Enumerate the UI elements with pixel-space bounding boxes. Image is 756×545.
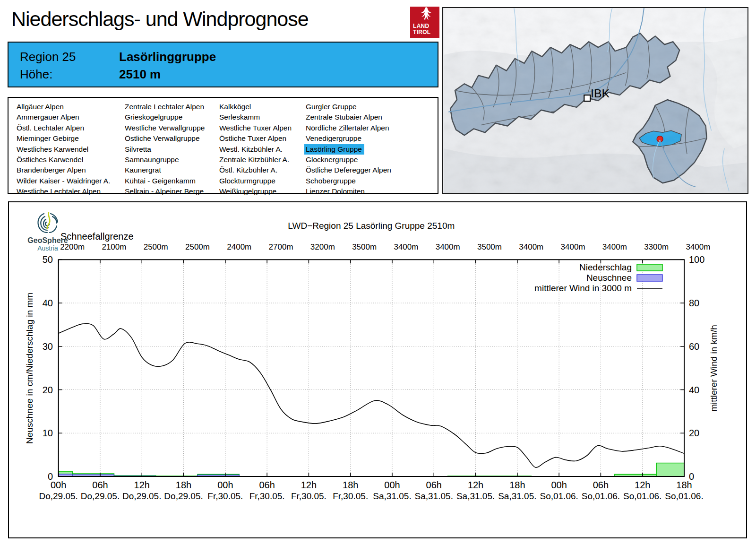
region-list-column: KalkkögelSerleskammWestliche Tuxer Alpen…	[219, 102, 306, 193]
region-list-item[interactable]: Lienzer Dolomiten	[306, 186, 431, 197]
geosphere-brand: GeoSphere Austria	[12, 210, 83, 252]
region-list-item[interactable]: Westliche Tuxer Alpen	[219, 123, 306, 133]
region-list-item[interactable]: Westl. Kitzbühler A.	[219, 144, 306, 155]
region-list-item[interactable]: Mieminger Gebirge	[17, 133, 125, 144]
y-left-tick-label: 50	[43, 254, 53, 265]
region-name: Lasörlinggruppe	[119, 48, 216, 66]
precip-bars	[59, 463, 684, 476]
region-list-item[interactable]: Östl. Lechtaler Alpen	[17, 123, 125, 133]
region-list-item[interactable]: Östliche Verwallgruppe	[125, 133, 219, 144]
x-date-label: Sa,31.05.	[456, 491, 495, 501]
tirol-map: IBK	[442, 7, 748, 194]
x-tick-label: 00h	[51, 480, 66, 490]
region-list-item[interactable]: Zentrale Stubaier Alpen	[306, 112, 431, 122]
brand-name: GeoSphere	[12, 236, 83, 244]
y-right-tick-label: 20	[689, 428, 699, 438]
x-date-label: Do,29.05.	[122, 491, 161, 501]
x-tick-label: 00h	[384, 480, 400, 490]
region-list-item[interactable]: Nördliche Zillertaler Alpen	[306, 123, 431, 133]
y-right-tick-label: 80	[689, 298, 699, 308]
page-title: Niederschlags- und Windprognose	[11, 8, 309, 31]
y-left-tick-label: 40	[43, 298, 53, 308]
region-list-item[interactable]: Grieskogelgruppe	[125, 112, 219, 122]
x-tick-label: 18h	[509, 480, 525, 490]
x-date-label: Fr,30.05.	[333, 491, 368, 501]
region-list-column: Zentrale Lechtaler AlpenGrieskogelgruppe…	[125, 102, 219, 193]
region-list-item[interactable]: Lasörling Gruppe	[306, 144, 431, 155]
snowline-value: 3400m	[602, 242, 627, 251]
region-list: Allgäuer AlpenAmmergauer AlpenÖstl. Lech…	[8, 97, 438, 194]
region-list-item[interactable]: Kalkkögel	[219, 102, 306, 112]
forecast-chart-panel: LWD−Region 25 Lasörling Gruppe 2510mSchn…	[8, 201, 747, 539]
altitude-value: 2510 m	[119, 66, 161, 83]
forecast-chart: LWD−Region 25 Lasörling Gruppe 2510mSchn…	[8, 201, 747, 539]
legend-swatch	[637, 275, 662, 281]
region-list-item[interactable]: Wilder Kaiser - Waidringer A.	[17, 176, 125, 186]
x-date-label: Do,29.05.	[39, 491, 77, 501]
region-label: Region 25	[20, 48, 119, 66]
region-list-item[interactable]: Zentrale Lechtaler Alpen	[125, 102, 219, 112]
region-list-item[interactable]: Glockturmgruppe	[219, 176, 306, 186]
region-list-item[interactable]: Östliche Deferegger Alpen	[306, 165, 431, 175]
x-tick-label: 18h	[343, 480, 358, 490]
region-list-item[interactable]: Samnaungruppe	[125, 155, 219, 165]
region-list-item[interactable]: Westliches Karwendel	[17, 144, 125, 155]
x-date-label: So,01.06.	[540, 491, 578, 501]
snowline-value: 3400m	[394, 242, 418, 251]
region-list-item[interactable]: Zentrale Kitzbühler A.	[219, 155, 306, 165]
snowline-value: 3400m	[519, 242, 543, 251]
region-list-column: Gurgler GruppeZentrale Stubaier AlpenNör…	[306, 102, 431, 193]
x-date-label: Sa,31.05.	[373, 491, 411, 501]
x-tick-label: 00h	[217, 480, 233, 490]
legend-label: Neuschnee	[586, 273, 632, 283]
region-list-item[interactable]: Westliche Lechtaler Alpen	[17, 186, 125, 197]
snowline-value: 3400m	[561, 242, 585, 251]
x-tick-label: 00h	[551, 480, 567, 490]
wind-line	[59, 324, 684, 467]
snowline-value: 3200m	[310, 242, 335, 251]
map-ibk-marker	[584, 95, 590, 101]
y-left-tick-label: 10	[43, 428, 53, 438]
region-list-item[interactable]: Serleskamm	[219, 112, 306, 122]
y-right-axis-title: mittlerer Wind in km/h	[709, 325, 719, 412]
region-list-item[interactable]: Venedigergruppe	[306, 133, 431, 144]
snowline-value: 2100m	[102, 242, 126, 251]
snowline-value: 2500m	[144, 242, 168, 251]
region-list-item[interactable]: Westliche Verwallgruppe	[125, 123, 219, 133]
region-list-item[interactable]: Östliches Karwendel	[17, 155, 125, 165]
region-list-item[interactable]: Silvretta	[125, 144, 219, 155]
x-date-label: Do,29.05.	[164, 491, 203, 501]
region-list-column: Allgäuer AlpenAmmergauer AlpenÖstl. Lech…	[17, 102, 125, 193]
y-left-axis-title: Neuschnee in cm/Niederschlag in mm	[25, 293, 34, 444]
y-right-tick-label: 40	[689, 385, 699, 395]
y-left-tick-label: 30	[43, 341, 53, 352]
map-ibk-label: IBK	[591, 87, 610, 100]
region-list-item[interactable]: Schobergruppe	[306, 176, 431, 186]
x-tick-label: 18h	[176, 480, 191, 490]
tirol-map-image: IBK	[443, 8, 747, 193]
map-hillshade	[444, 8, 747, 193]
region-list-item[interactable]: Allgäuer Alpen	[17, 102, 125, 112]
region-list-item[interactable]: Glocknergruppe	[306, 155, 431, 165]
y-right-tick-label: 60	[689, 341, 699, 352]
region-list-item[interactable]: Sellrain - Alpeiner Berge	[125, 186, 219, 197]
x-tick-label: 06h	[426, 480, 442, 490]
region-list-item[interactable]: Östl. Kitzbühler A.	[219, 165, 306, 175]
region-list-item[interactable]: Weißkugelgruppe	[219, 186, 306, 197]
snowline-value: 3400m	[436, 242, 460, 251]
region-list-item[interactable]: Kühtai - Geigenkamm	[125, 176, 219, 186]
region-list-item[interactable]: Ammergauer Alpen	[17, 112, 125, 122]
x-date-label: Fr,30.05.	[291, 491, 326, 501]
altitude-label: Höhe:	[20, 66, 119, 83]
y-left-tick-label: 20	[43, 385, 53, 395]
region-list-item[interactable]: Gurgler Gruppe	[306, 102, 431, 112]
x-tick-label: 18h	[676, 480, 692, 490]
x-date-label: So,01.06.	[582, 491, 620, 501]
x-date-label: Fr,30.05.	[249, 491, 285, 501]
snowline-value: 2400m	[227, 242, 251, 251]
region-list-item[interactable]: Östliche Tuxer Alpen	[219, 133, 306, 144]
snowline-value: 3400m	[686, 242, 710, 251]
x-date-label: Sa,31.05.	[498, 491, 536, 501]
region-list-item[interactable]: Kaunergrat	[125, 165, 219, 175]
region-list-item[interactable]: Brandenberger Alpen	[17, 165, 125, 175]
